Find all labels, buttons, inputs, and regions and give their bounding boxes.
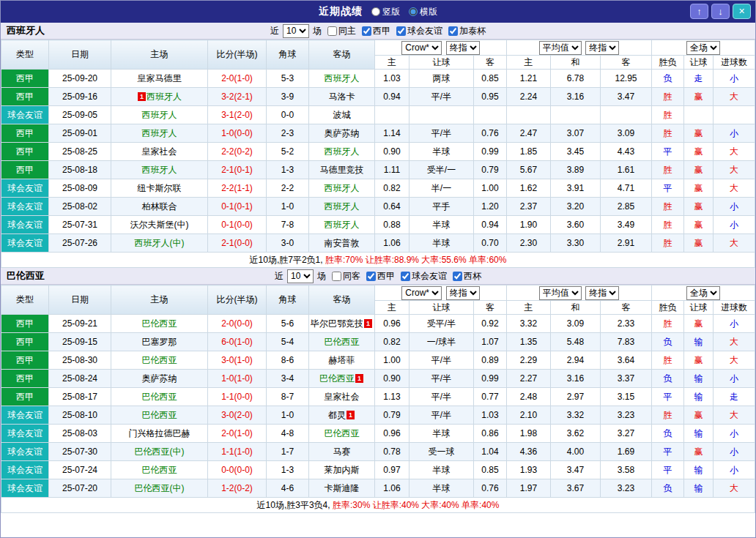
score-cell[interactable]: 1-1(0-0) bbox=[208, 388, 267, 406]
euro-odds-time-select[interactable]: 终指 bbox=[585, 41, 619, 55]
filter-option[interactable]: 加泰杯 bbox=[448, 25, 486, 37]
away-team-cell[interactable]: 马赛 bbox=[309, 443, 375, 461]
home-team-cell[interactable]: 巴塞罗那 bbox=[111, 333, 208, 351]
score-cell[interactable]: 2-1(0-0) bbox=[208, 234, 267, 253]
fulltime-scope-select[interactable]: 全场 bbox=[686, 286, 720, 300]
home-team-cell[interactable]: 巴伦西亚 bbox=[111, 315, 208, 333]
away-team-cell[interactable]: 赫塔菲 bbox=[309, 351, 375, 370]
score-cell[interactable]: 1-0(1-0) bbox=[208, 370, 267, 388]
away-team-cell[interactable]: 马德里竞技 bbox=[309, 161, 375, 179]
layout-vertical-option[interactable]: 竖版 bbox=[371, 6, 400, 18]
home-team-cell[interactable]: 皇家社会 bbox=[111, 143, 208, 161]
fulltime-scope-select[interactable]: 全场 bbox=[686, 41, 720, 55]
away-team-cell[interactable]: 巴伦西亚 bbox=[309, 425, 375, 443]
average-odds-select[interactable]: 平均值 bbox=[539, 41, 582, 55]
score-cell[interactable]: 3-0(2-0) bbox=[208, 406, 267, 425]
score-cell[interactable]: 1-0(0-0) bbox=[208, 124, 267, 143]
home-team-cell[interactable]: 巴伦西亚(中) bbox=[111, 479, 208, 498]
asian-odds-cell: 0.90 bbox=[375, 370, 410, 388]
home-team-cell[interactable]: 巴伦西亚 bbox=[111, 351, 208, 370]
filter-checkbox[interactable] bbox=[448, 26, 458, 36]
close-button[interactable]: × bbox=[733, 4, 751, 19]
away-team-cell[interactable]: 西班牙人 bbox=[309, 198, 375, 216]
home-team-cell[interactable]: 巴伦西亚 bbox=[111, 388, 208, 406]
away-team-cell[interactable]: 西班牙人 bbox=[309, 143, 375, 161]
filter-checkbox[interactable] bbox=[327, 26, 337, 36]
vertical-radio[interactable] bbox=[371, 7, 380, 16]
recent-count-select[interactable]: 10 bbox=[287, 269, 314, 283]
filter-checkbox[interactable] bbox=[401, 272, 410, 281]
away-team-cell[interactable]: 莱加内斯 bbox=[309, 461, 375, 479]
score-cell[interactable]: 3-1(2-0) bbox=[208, 106, 267, 124]
score-cell[interactable]: 0-0(0-0) bbox=[208, 461, 267, 479]
away-team-cell[interactable]: 毕尔巴鄂竞技1 bbox=[309, 315, 375, 333]
away-team-cell[interactable]: 波城 bbox=[309, 106, 375, 124]
score-cell[interactable]: 3-0(1-0) bbox=[208, 351, 267, 370]
bookmaker-select[interactable]: Crow* bbox=[401, 286, 442, 300]
score-cell[interactable]: 2-0(1-0) bbox=[208, 425, 267, 443]
home-team-cell[interactable]: 巴伦西亚 bbox=[111, 406, 208, 425]
away-team-cell[interactable]: 南安普敦 bbox=[309, 234, 375, 253]
home-team-cell[interactable]: 门兴格拉德巴赫 bbox=[111, 425, 208, 443]
asian-odds-time-select[interactable]: 终指 bbox=[446, 41, 480, 55]
away-team-cell[interactable]: 西班牙人 bbox=[309, 70, 375, 88]
home-team-cell[interactable]: 西班牙人(中) bbox=[111, 234, 208, 253]
horizontal-radio[interactable] bbox=[409, 7, 418, 16]
home-team-cell[interactable]: 西班牙人 bbox=[111, 161, 208, 179]
away-team-cell[interactable]: 皇家社会 bbox=[309, 388, 375, 406]
away-team-cell[interactable]: 西班牙人 bbox=[309, 179, 375, 198]
average-odds-select[interactable]: 平均值 bbox=[539, 286, 582, 300]
league-type-cell: 球会友谊 bbox=[1, 479, 49, 498]
score-cell[interactable]: 0-1(0-0) bbox=[208, 216, 267, 234]
layout-horizontal-option[interactable]: 横版 bbox=[409, 6, 437, 18]
filter-checkbox[interactable] bbox=[332, 272, 341, 281]
euro-odds-cell: 3.37 bbox=[601, 370, 652, 388]
score-cell[interactable]: 1-1(1-0) bbox=[208, 443, 267, 461]
filter-checkbox[interactable] bbox=[366, 272, 376, 281]
home-team-cell[interactable]: 巴伦西亚 bbox=[111, 461, 208, 479]
away-team-cell[interactable]: 巴伦西亚 bbox=[309, 333, 375, 351]
move-down-button[interactable]: ↓ bbox=[711, 4, 730, 19]
euro-odds-cell: 2.85 bbox=[601, 198, 652, 216]
filter-checkbox[interactable] bbox=[453, 272, 462, 281]
score-cell[interactable]: 6-0(1-0) bbox=[208, 333, 267, 351]
recent-label: 近 bbox=[275, 270, 284, 283]
home-team-cell[interactable]: 纽卡斯尔联 bbox=[111, 179, 208, 198]
score-cell[interactable]: 2-0(0-0) bbox=[208, 315, 267, 333]
asian-odds-time-select[interactable]: 终指 bbox=[446, 286, 480, 300]
away-team-cell[interactable]: 奥萨苏纳 bbox=[309, 124, 375, 143]
away-team-cell[interactable]: 卡斯迪隆 bbox=[309, 479, 375, 498]
filter-option[interactable]: 西甲 bbox=[362, 25, 390, 37]
home-team-cell[interactable]: 奥萨苏纳 bbox=[111, 370, 208, 388]
filter-option[interactable]: 同主 bbox=[327, 25, 356, 37]
bookmaker-select[interactable]: Crow* bbox=[401, 41, 442, 55]
away-team-cell[interactable]: 马洛卡 bbox=[309, 88, 375, 106]
filter-checkbox[interactable] bbox=[396, 26, 406, 36]
home-team-cell[interactable]: 西班牙人 bbox=[111, 106, 208, 124]
home-team-cell[interactable]: 皇家马德里 bbox=[111, 70, 208, 88]
move-up-button[interactable]: ↑ bbox=[690, 4, 708, 19]
euro-odds-time-select[interactable]: 终指 bbox=[585, 286, 619, 300]
filter-checkbox[interactable] bbox=[362, 26, 371, 36]
home-team-cell[interactable]: 沃尔夫斯堡(中) bbox=[111, 216, 208, 234]
filter-option[interactable]: 同客 bbox=[332, 270, 360, 283]
home-team-cell[interactable]: 西班牙人 bbox=[111, 124, 208, 143]
home-team-cell[interactable]: 柏林联合 bbox=[111, 198, 208, 216]
score-cell[interactable]: 3-2(2-1) bbox=[208, 88, 267, 106]
score-cell[interactable]: 2-0(1-0) bbox=[208, 70, 267, 88]
filter-option[interactable]: 西杯 bbox=[453, 270, 481, 283]
filter-option[interactable]: 球会友谊 bbox=[401, 270, 447, 283]
filter-option[interactable]: 球会友谊 bbox=[396, 25, 442, 37]
away-team-cell[interactable]: 西班牙人 bbox=[309, 216, 375, 234]
recent-count-select[interactable]: 10 bbox=[283, 24, 309, 38]
score-cell[interactable]: 2-2(0-2) bbox=[208, 143, 267, 161]
home-team-cell[interactable]: 巴伦西亚(中) bbox=[111, 443, 208, 461]
score-cell[interactable]: 1-2(0-2) bbox=[208, 479, 267, 498]
away-team-cell[interactable]: 都灵1 bbox=[309, 406, 375, 425]
score-cell[interactable]: 2-1(0-1) bbox=[208, 161, 267, 179]
filter-option[interactable]: 西甲 bbox=[366, 270, 395, 283]
away-team-cell[interactable]: 巴伦西亚1 bbox=[309, 370, 375, 388]
home-team-cell[interactable]: 1西班牙人 bbox=[111, 88, 208, 106]
score-cell[interactable]: 0-1(0-1) bbox=[208, 198, 267, 216]
score-cell[interactable]: 2-2(1-1) bbox=[208, 179, 267, 198]
